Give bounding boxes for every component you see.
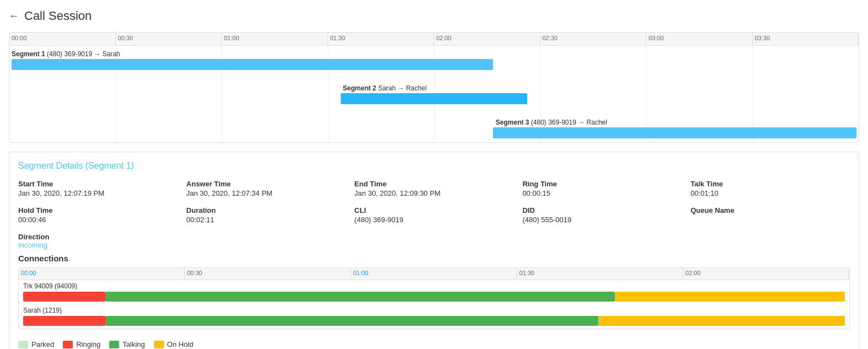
duration: Duration 00:02:11 — [186, 206, 346, 224]
conn-tick-0: 00:00 — [19, 268, 185, 280]
talk-time-value: 00:01:10 — [690, 189, 850, 197]
answer-time-value: Jan 30, 2020, 12:07:34 PM — [186, 189, 346, 197]
segments-area: Segment 1 (480) 369-9019 → Sarah Segment… — [9, 46, 859, 142]
did-value: (480) 555-0019 — [522, 216, 682, 224]
ring-time-label: Ring Time — [522, 180, 682, 188]
did: DID (480) 555-0019 — [522, 206, 682, 224]
ruler-tick-3: 01:30 — [328, 33, 435, 45]
conn-sarah-label: Sarah (1219) — [23, 307, 845, 314]
did-label: DID — [522, 206, 682, 214]
page-header: ← Call Session — [9, 9, 859, 23]
direction-value: Incoming — [18, 241, 850, 249]
conn-trk-bar-yellow — [615, 292, 845, 302]
connections-title: Connections — [18, 254, 850, 263]
start-time-label: Start Time — [18, 180, 178, 188]
legend-talking-label: Talking — [122, 340, 144, 348]
duration-value: 00:02:11 — [186, 216, 346, 224]
conn-trk-bar-green — [105, 292, 615, 302]
ruler-tick-1: 00:30 — [116, 33, 222, 45]
answer-time-label: Answer Time — [186, 180, 346, 188]
direction: Direction Incoming — [18, 233, 850, 249]
hold-time-label: Hold Time — [18, 206, 178, 214]
ruler-tick-4: 02:00 — [434, 33, 540, 45]
end-time-value: Jan 30, 2020, 12:09:30 PM — [355, 189, 514, 197]
timeline-ruler: 00:00 00:30 01:00 01:30 02:00 02:30 03:0… — [9, 33, 859, 46]
segment-details: Segment Details (Segment 1) Start Time J… — [9, 152, 859, 349]
top-timeline: 00:00 00:30 01:00 01:30 02:00 02:30 03:0… — [9, 32, 859, 143]
legend: Parked Ringing Talking On Hold — [18, 336, 850, 349]
segment3-label: Segment 3 (480) 369-9019 → Rachel — [9, 119, 859, 126]
conn-trk-label: Trk 94009 (94009) — [23, 282, 845, 290]
duration-label: Duration — [186, 206, 346, 214]
cli-label: CLI — [355, 206, 514, 214]
conn-sarah-bar-red — [23, 316, 105, 326]
legend-parked-label: Parked — [31, 340, 54, 348]
ring-time: Ring Time 00:00:15 — [522, 180, 682, 197]
segment-details-title: Segment Details (Segment 1) — [18, 161, 850, 171]
cli-value: (480) 369-9019 — [355, 216, 514, 224]
ruler-tick-5: 02:30 — [540, 33, 647, 45]
legend-ringing-label: Ringing — [76, 340, 100, 348]
legend-onhold-label: On Hold — [167, 340, 194, 348]
conn-tick-4: 02:00 — [683, 268, 849, 280]
queue-name: Queue Name — [690, 206, 850, 224]
conn-sarah-bar-yellow — [598, 316, 845, 326]
segment2-bar — [341, 93, 527, 104]
conn-row-sarah: Sarah (1219) — [19, 304, 849, 329]
conn-tick-1: 00:30 — [185, 268, 351, 280]
page-title: Call Session — [24, 9, 92, 23]
segment3-bar — [493, 127, 856, 138]
conn-sarah-bar-green — [105, 316, 598, 326]
ruler-tick-0: 00:00 — [9, 33, 116, 45]
legend-ringing: Ringing — [63, 340, 100, 348]
legend-ringing-box — [63, 341, 73, 348]
direction-label: Direction — [18, 233, 850, 241]
conn-tick-3: 01:30 — [517, 268, 683, 280]
back-button[interactable]: ← — [9, 10, 19, 22]
ruler-tick-7: 03:30 — [753, 33, 859, 45]
talk-time: Talk Time 00:01:10 — [690, 180, 850, 197]
start-time: Start Time Jan 30, 2020, 12:07:19 PM — [18, 180, 178, 197]
conn-tick-2: 01:00 — [351, 268, 517, 280]
ruler-tick-6: 03:00 — [646, 33, 753, 45]
legend-onhold: On Hold — [154, 340, 194, 348]
legend-parked-box — [18, 341, 28, 348]
conn-ruler: 00:00 00:30 01:00 01:30 02:00 — [19, 268, 849, 280]
segment1-bar — [12, 59, 493, 70]
ring-time-value: 00:00:15 — [522, 189, 682, 197]
ruler-tick-2: 01:00 — [222, 33, 328, 45]
cli: CLI (480) 369-9019 — [355, 206, 514, 224]
legend-talking-box — [109, 341, 119, 348]
hold-time: Hold Time 00:00:46 — [18, 206, 178, 224]
segment1-label: Segment 1 (480) 369-9019 → Sarah — [9, 50, 859, 58]
answer-time: Answer Time Jan 30, 2020, 12:07:34 PM — [186, 180, 346, 197]
queue-name-label: Queue Name — [690, 206, 850, 214]
start-time-value: Jan 30, 2020, 12:07:19 PM — [18, 189, 178, 197]
conn-trk-bar-red — [23, 292, 105, 302]
legend-onhold-box — [154, 341, 164, 348]
end-time: End Time Jan 30, 2020, 12:09:30 PM — [355, 180, 514, 197]
legend-talking: Talking — [109, 340, 144, 348]
details-row1: Start Time Jan 30, 2020, 12:07:19 PM Ans… — [18, 180, 850, 197]
conn-row-trk: Trk 94009 (94009) — [19, 280, 849, 304]
details-row2: Hold Time 00:00:46 Duration 00:02:11 CLI… — [18, 206, 850, 224]
connections-timeline: 00:00 00:30 01:00 01:30 02:00 Trk 94009 … — [18, 267, 850, 329]
legend-parked: Parked — [18, 340, 54, 348]
hold-time-value: 00:00:46 — [18, 216, 178, 224]
talk-time-label: Talk Time — [690, 180, 850, 188]
segment2-label: Segment 2 Sarah → Rachel — [9, 84, 859, 92]
end-time-label: End Time — [355, 180, 514, 188]
conn-trk-bars — [23, 291, 845, 302]
conn-sarah-bars — [23, 315, 845, 326]
